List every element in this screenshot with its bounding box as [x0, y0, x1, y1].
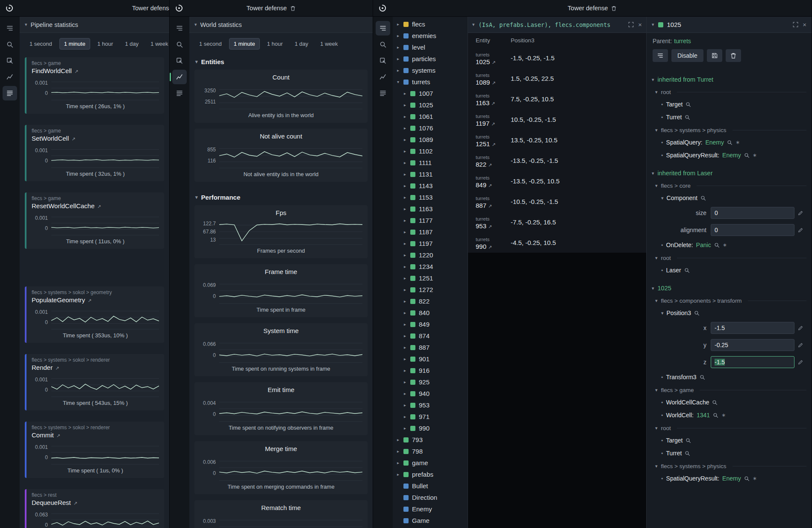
component-expanded-row[interactable]: ▾ Component: [647, 192, 812, 204]
period-button[interactable]: 1 minute: [229, 38, 260, 50]
chevron-right-icon[interactable]: ▸: [404, 114, 410, 119]
component-row[interactable]: • SpatialQueryResult: Enemy ∗: [647, 149, 812, 162]
period-button[interactable]: 1 minute: [59, 38, 90, 50]
sidebar-icon-button[interactable]: [172, 70, 187, 84]
chevron-right-icon[interactable]: ▸: [404, 149, 410, 153]
edit-icon[interactable]: [794, 325, 806, 331]
sidebar-icon-button[interactable]: [376, 86, 390, 100]
chevron-right-icon[interactable]: ▸: [404, 287, 410, 292]
entity-id-link[interactable]: 1197 ↗: [476, 120, 511, 127]
sidebar-icon-button[interactable]: [3, 21, 17, 35]
chevron-right-icon[interactable]: ▸: [404, 183, 410, 188]
section-header[interactable]: ▾ Entities: [189, 52, 373, 70]
search-icon[interactable]: [685, 438, 691, 443]
tree-item[interactable]: ▸ 953: [393, 399, 468, 411]
chevron-right-icon[interactable]: ▸: [404, 264, 410, 269]
entity-id-link[interactable]: 1089 ↗: [476, 79, 511, 86]
entity-id-link[interactable]: 1025 ↗: [476, 58, 511, 65]
period-button[interactable]: 1 second: [25, 38, 57, 50]
chevron-right-icon[interactable]: ▸: [404, 380, 410, 384]
tree-item[interactable]: ▸ 1089: [393, 134, 468, 145]
period-button[interactable]: 1 day: [121, 38, 144, 50]
tree-item[interactable]: ▸ 849: [393, 319, 468, 330]
sidebar-icon-button[interactable]: [376, 21, 390, 35]
chevron-right-icon[interactable]: ▸: [404, 91, 410, 96]
chevron-right-icon[interactable]: ▸: [404, 426, 410, 431]
chevron-down-icon[interactable]: ▾: [655, 90, 658, 94]
query-row[interactable]: turrets 849 ↗ -13.5, -0.25, 10.5: [468, 171, 646, 191]
parent-link[interactable]: turrets: [674, 38, 691, 44]
entity-id-link[interactable]: 1163 ↗: [476, 99, 511, 106]
tree-item[interactable]: ▸ game: [393, 457, 468, 469]
tree-item[interactable]: Health: [393, 526, 468, 528]
component-row[interactable]: • Target: [647, 434, 812, 447]
search-icon[interactable]: [684, 268, 690, 273]
component-row[interactable]: • SpatialQuery: Enemy ∗: [647, 136, 812, 149]
component-row[interactable]: • Transform3: [647, 371, 812, 383]
tree-item[interactable]: ▸ 901: [393, 353, 468, 365]
chevron-right-icon[interactable]: ▸: [397, 472, 403, 477]
sidebar-icon-button[interactable]: [376, 37, 390, 52]
chevron-down-icon[interactable]: ▾: [195, 59, 198, 64]
chevron-right-icon[interactable]: ▸: [404, 391, 410, 396]
chevron-down-icon[interactable]: ▾: [397, 80, 403, 84]
tree-item[interactable]: Game: [393, 515, 468, 526]
search-icon[interactable]: [694, 310, 700, 316]
edit-icon[interactable]: [794, 342, 806, 348]
chevron-right-icon[interactable]: ▸: [404, 126, 410, 130]
chevron-right-icon[interactable]: ▸: [404, 414, 410, 419]
inspector-section-header[interactable]: ▾ inherited from Laser: [647, 165, 812, 179]
search-icon[interactable]: [744, 476, 750, 481]
component-row[interactable]: • WorldCell: 1341 ∗: [647, 409, 812, 422]
inspector-scope-row[interactable]: ▾ flecs > systems > physics: [647, 124, 812, 136]
search-icon[interactable]: [700, 195, 706, 201]
chevron-right-icon[interactable]: ▸: [404, 368, 410, 373]
trash-icon[interactable]: [290, 5, 296, 12]
tree-item[interactable]: ▸ 1153: [393, 192, 468, 203]
query-row[interactable]: turrets 1197 ↗ 10.5, -0.25, -1.5: [468, 109, 646, 130]
inspector-scope-row[interactable]: ▾ flecs > core: [647, 179, 812, 192]
external-link-icon[interactable]: ↗: [97, 204, 101, 209]
inspector-scope-row[interactable]: ▾ root: [647, 251, 812, 264]
external-link-icon[interactable]: ↗: [56, 433, 60, 439]
component-row[interactable]: • Turret: [647, 111, 812, 124]
chevron-right-icon[interactable]: ▸: [404, 403, 410, 407]
query-row[interactable]: turrets 1089 ↗ 1.5, -0.25, 22.5: [468, 68, 646, 88]
sidebar-icon-button[interactable]: [172, 86, 187, 100]
chevron-down-icon[interactable]: ▾: [652, 77, 654, 82]
component-row[interactable]: • OnDelete: Panic ∗: [647, 239, 812, 251]
query-row[interactable]: turrets 953 ↗ -7.5, -0.25, 16.5: [468, 212, 646, 232]
tree-item[interactable]: ▸ 1111: [393, 157, 468, 168]
chevron-down-icon[interactable]: ▾: [661, 311, 664, 316]
expand-icon[interactable]: [628, 21, 634, 28]
chevron-right-icon[interactable]: ▸: [404, 195, 410, 200]
inspector-section-header[interactable]: ▾ 1025: [647, 280, 812, 294]
tree-item[interactable]: Direction: [393, 492, 468, 503]
chevron-down-icon[interactable]: ▾: [655, 464, 658, 469]
entity-id-link[interactable]: 849 ↗: [476, 181, 511, 189]
chevron-right-icon[interactable]: ▸: [404, 137, 410, 142]
search-icon[interactable]: [744, 153, 750, 158]
sidebar-icon-button[interactable]: [376, 70, 390, 84]
inspector-body[interactable]: Parent: turrets Disable: [647, 33, 812, 528]
tree-item[interactable]: ▸ 793: [393, 434, 468, 445]
entity-id-link[interactable]: 1251 ↗: [476, 140, 511, 147]
tree-item[interactable]: ▸ enemies: [393, 30, 468, 41]
external-link-icon[interactable]: ↗: [74, 501, 77, 506]
tree-item[interactable]: ▸ level: [393, 41, 468, 53]
sidebar-icon-button[interactable]: [3, 70, 17, 84]
field-input[interactable]: -1.5: [711, 322, 794, 334]
field-input[interactable]: -0.25: [711, 339, 794, 351]
edit-icon[interactable]: [794, 359, 806, 365]
tree-item[interactable]: ▸ 1234: [393, 261, 468, 272]
inspector-scope-row[interactable]: ▾ root: [647, 86, 812, 98]
chevron-right-icon[interactable]: ▸: [404, 241, 410, 246]
sidebar-icon-button[interactable]: [172, 21, 187, 35]
tree-item[interactable]: Bullet: [393, 480, 468, 492]
chevron-right-icon[interactable]: ▸: [397, 460, 403, 465]
tree-item[interactable]: Enemy: [393, 503, 468, 515]
chevron-right-icon[interactable]: ▸: [404, 172, 410, 177]
chevron-down-icon[interactable]: ▾: [194, 22, 197, 27]
entity-id-link[interactable]: 822 ↗: [476, 161, 511, 168]
period-button[interactable]: 1 second: [194, 38, 227, 50]
